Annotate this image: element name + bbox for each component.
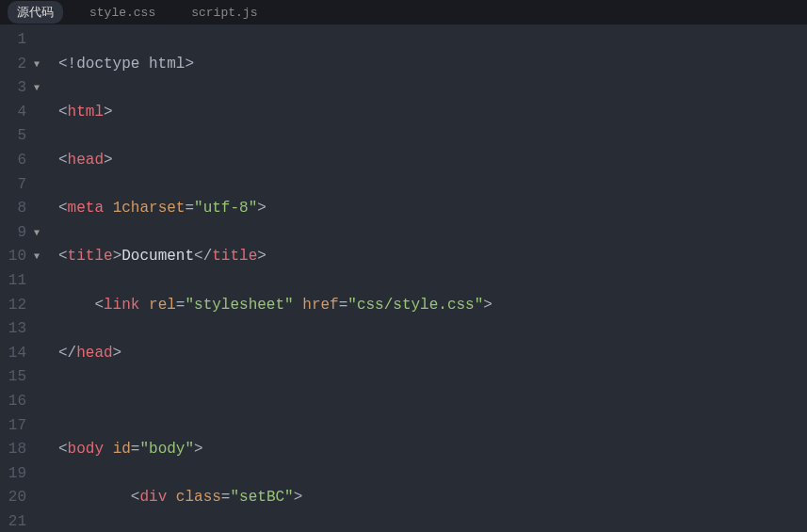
fold-icon: ▼	[30, 221, 40, 246]
line-number[interactable]: 18	[0, 438, 40, 462]
tab-script-js[interactable]: script.js	[182, 3, 266, 23]
line-number[interactable]: 13	[0, 317, 40, 342]
line-number[interactable]: 5	[0, 124, 40, 149]
tab-bar: 源代码 style.css script.js	[0, 0, 807, 24]
code-line[interactable]: <title>Document</title>	[58, 245, 807, 269]
code-line[interactable]: <link rel="stylesheet" href="css/style.c…	[58, 294, 807, 318]
fold-icon: ▼	[30, 53, 40, 77]
line-number[interactable]: 20	[0, 486, 40, 510]
code-editor[interactable]: 1 2▼ 3▼ 4 5 6 7 8 9▼ 10▼ 11 12 13 14 15 …	[0, 24, 807, 532]
line-number[interactable]: 11	[0, 269, 40, 294]
code-area[interactable]: <!doctype html> <html> <head> <meta 1cha…	[49, 24, 807, 532]
line-number[interactable]: 9▼	[0, 221, 40, 246]
line-number[interactable]: 7	[0, 173, 40, 198]
code-line[interactable]: <!doctype html>	[58, 53, 807, 77]
code-line[interactable]: <div class="setBC">	[58, 486, 807, 510]
line-number[interactable]: 14	[0, 342, 40, 366]
line-number[interactable]: 8	[0, 197, 40, 221]
fold-icon: ▼	[30, 76, 40, 101]
tab-source[interactable]: 源代码	[8, 1, 63, 24]
line-number[interactable]: 4	[0, 101, 40, 125]
line-number[interactable]: 12	[0, 294, 40, 318]
code-line[interactable]: </head>	[58, 342, 807, 366]
fold-icon: ▼	[30, 245, 40, 269]
line-number[interactable]: 6	[0, 149, 40, 173]
tab-style-css[interactable]: style.css	[80, 3, 165, 23]
line-number[interactable]: 17	[0, 414, 40, 439]
code-line[interactable]: <meta 1charset="utf-8">	[58, 197, 807, 221]
line-number[interactable]: 3▼	[0, 76, 40, 101]
code-line[interactable]: <html>	[58, 101, 807, 125]
line-number[interactable]: 10▼	[0, 245, 40, 269]
line-number[interactable]: 19	[0, 462, 40, 487]
line-number[interactable]: 21	[0, 510, 40, 532]
line-number[interactable]: 1	[0, 28, 40, 53]
line-number[interactable]: 16	[0, 390, 40, 414]
line-number[interactable]: 15	[0, 365, 40, 390]
code-line[interactable]: <body id="body">	[58, 438, 807, 462]
line-number[interactable]: 2▼	[0, 53, 40, 77]
gutter: 1 2▼ 3▼ 4 5 6 7 8 9▼ 10▼ 11 12 13 14 15 …	[0, 24, 49, 532]
code-line[interactable]	[58, 390, 807, 414]
code-line[interactable]: <head>	[58, 149, 807, 173]
